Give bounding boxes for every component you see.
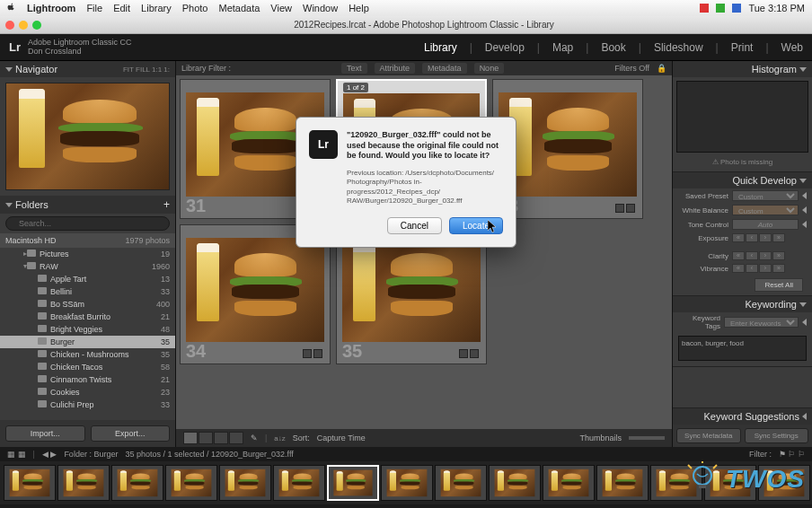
module-map[interactable]: Map xyxy=(552,41,573,54)
filter-tab-none[interactable]: None xyxy=(474,63,505,74)
thumbnail-size-slider[interactable] xyxy=(629,436,665,440)
disclosure-icon[interactable] xyxy=(802,413,807,420)
second-monitor-icon[interactable]: ▦ ▦ xyxy=(7,450,26,459)
module-develop[interactable]: Develop xyxy=(485,41,525,54)
folder-row[interactable]: Cinnamon Twists21 xyxy=(0,373,175,386)
white-balance-select[interactable]: Custom xyxy=(732,205,799,215)
navigator-header[interactable]: Navigator FIT FILL 1:1 1: xyxy=(0,61,175,77)
filmstrip-thumb[interactable] xyxy=(543,465,595,501)
status-folder[interactable]: Folder : Burger xyxy=(64,450,118,459)
filmstrip-thumb[interactable] xyxy=(489,465,541,501)
filter-flags[interactable]: ⚑ ⚐ ⚐ xyxy=(779,450,805,459)
folder-row[interactable]: ▾ RAW1960 xyxy=(0,260,175,273)
menu-metadata[interactable]: Metadata xyxy=(218,3,260,13)
module-web[interactable]: Web xyxy=(781,41,803,54)
keyword-input[interactable] xyxy=(678,336,807,361)
collapse-icon[interactable] xyxy=(802,221,807,228)
navigator-preview[interactable] xyxy=(5,83,170,190)
export-button[interactable]: Export... xyxy=(91,425,171,442)
menu-window[interactable]: Window xyxy=(303,3,338,13)
filmstrip-thumb[interactable] xyxy=(165,465,217,501)
keywording-header[interactable]: Keywording xyxy=(673,296,812,312)
folder-row[interactable]: Bright Veggies48 xyxy=(0,323,175,336)
flag-icon[interactable] xyxy=(313,349,322,358)
add-folder-icon[interactable]: + xyxy=(163,198,170,211)
volume-row[interactable]: Macintosh HD 1979 photos xyxy=(0,233,175,248)
apple-icon[interactable] xyxy=(7,3,16,13)
navigator-modes[interactable]: FIT FILL 1:1 1: xyxy=(123,66,170,74)
flag-icon[interactable] xyxy=(303,349,312,358)
keyword-tags-select[interactable]: Enter Keywords xyxy=(724,317,799,328)
exposure-stepper[interactable]: «‹›» xyxy=(732,233,785,242)
minimize-icon[interactable] xyxy=(19,21,28,30)
painter-icon[interactable]: ✎ xyxy=(251,434,258,442)
collapse-icon[interactable] xyxy=(802,319,807,326)
menu-view[interactable]: View xyxy=(270,3,292,13)
view-mode-toggle[interactable] xyxy=(183,432,243,444)
folder-row[interactable]: Bo SSäm400 xyxy=(0,298,175,311)
folder-row[interactable]: Breakfast Burrito21 xyxy=(0,311,175,323)
filmstrip-thumb[interactable] xyxy=(435,465,487,501)
folder-row[interactable]: Burger35 xyxy=(0,336,175,348)
sort-value[interactable]: Capture Time xyxy=(317,434,366,442)
filmstrip-thumb[interactable] xyxy=(273,465,325,501)
folders-header[interactable]: Folders + xyxy=(0,196,175,214)
grid-view-icon[interactable] xyxy=(183,432,198,444)
filter-tab-attribute[interactable]: Attribute xyxy=(375,63,416,74)
filmstrip-thumb[interactable] xyxy=(596,465,649,501)
reset-all-button[interactable]: Reset All xyxy=(755,278,803,292)
filters-off-label[interactable]: Filters Off xyxy=(614,64,649,73)
module-book[interactable]: Book xyxy=(601,41,625,54)
filmstrip-thumb[interactable] xyxy=(57,465,110,501)
menu-edit[interactable]: Edit xyxy=(113,3,130,13)
folders-search-input[interactable] xyxy=(5,216,170,231)
disclosure-icon[interactable] xyxy=(799,67,807,72)
module-print[interactable]: Print xyxy=(731,41,754,54)
quick-develop-header[interactable]: Quick Develop xyxy=(673,172,812,188)
module-library[interactable]: Library xyxy=(424,41,457,54)
folder-row[interactable]: Apple Tart13 xyxy=(0,273,175,285)
filmstrip-thumb[interactable] xyxy=(4,465,56,501)
disclosure-icon[interactable] xyxy=(799,179,807,183)
stack-badge[interactable]: 1 of 2 xyxy=(343,83,368,92)
cancel-button[interactable]: Cancel xyxy=(387,217,442,234)
saved-preset-select[interactable]: Custom xyxy=(732,190,799,201)
traffic-lights[interactable] xyxy=(5,21,41,30)
lock-icon[interactable]: 🔒 xyxy=(657,64,666,73)
close-icon[interactable] xyxy=(5,21,14,30)
menu-file[interactable]: File xyxy=(86,3,102,13)
import-button[interactable]: Import... xyxy=(5,425,85,442)
folder-row[interactable]: Culichi Prep33 xyxy=(0,399,175,411)
menu-photo[interactable]: Photo xyxy=(182,3,208,13)
sync-settings-button[interactable]: Sync Settings xyxy=(745,428,809,443)
zoom-icon[interactable] xyxy=(32,21,41,30)
menu-library[interactable]: Library xyxy=(141,3,172,13)
collapse-icon[interactable] xyxy=(802,206,807,214)
nav-arrows[interactable]: ◀ ▶ xyxy=(42,450,57,459)
disclosure-icon[interactable] xyxy=(5,203,13,207)
filmstrip-thumb[interactable] xyxy=(219,465,271,501)
locate-button[interactable]: Locate xyxy=(449,217,503,234)
compare-view-icon[interactable] xyxy=(214,432,228,444)
histogram-header[interactable]: Histogram xyxy=(673,61,812,77)
flag-icon[interactable] xyxy=(459,349,468,358)
folder-row[interactable]: Cookies23 xyxy=(0,386,175,399)
module-slideshow[interactable]: Slideshow xyxy=(654,41,703,54)
disclosure-icon[interactable] xyxy=(799,302,807,307)
disclosure-icon[interactable] xyxy=(5,67,13,72)
flag-icon[interactable] xyxy=(470,349,479,358)
sort-direction-icon[interactable]: a↓z xyxy=(274,434,285,442)
filmstrip-thumb[interactable] xyxy=(381,465,433,501)
flag-icon[interactable] xyxy=(626,204,635,213)
keyword-suggestions-header[interactable]: Keyword Suggestions xyxy=(673,408,812,425)
filter-tab-metadata[interactable]: Metadata xyxy=(422,63,467,74)
folder-row[interactable]: Chicken - Mushrooms35 xyxy=(0,348,175,361)
loupe-view-icon[interactable] xyxy=(199,432,213,444)
filmstrip-thumb[interactable] xyxy=(327,465,379,501)
menubar-app-name[interactable]: Lightroom xyxy=(27,3,75,13)
folder-row[interactable]: Bellini33 xyxy=(0,285,175,298)
clarity-stepper[interactable]: «‹›» xyxy=(732,251,785,260)
vibrance-stepper[interactable]: «‹›» xyxy=(732,264,785,273)
auto-tone-button[interactable]: Auto xyxy=(732,219,799,230)
folder-row[interactable]: ▸ Pictures19 xyxy=(0,248,175,260)
